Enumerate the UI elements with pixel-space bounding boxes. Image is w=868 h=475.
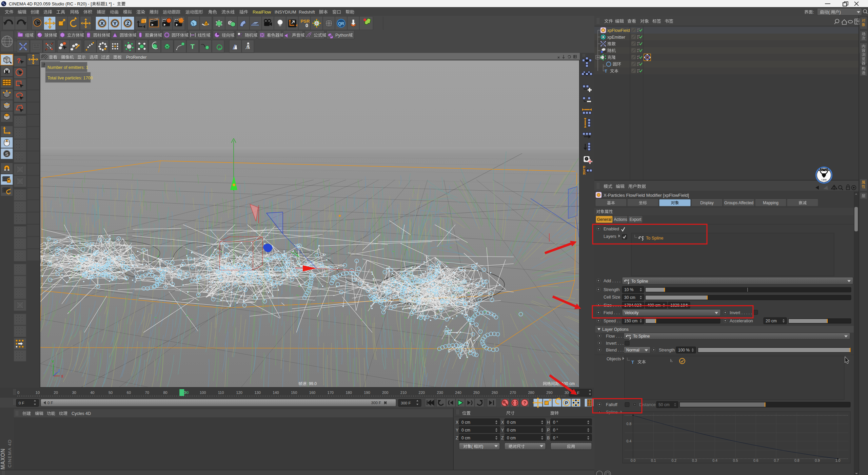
svg-text:.fx: .fx: [245, 45, 250, 50]
svg-text:170: 170: [328, 391, 334, 395]
svg-text:X: X: [456, 420, 459, 425]
svg-text:X: X: [501, 420, 504, 425]
svg-text:80: 80: [163, 391, 167, 395]
svg-text:Enabled: Enabled: [604, 227, 619, 231]
svg-text:ProRender: ProRender: [126, 55, 146, 60]
svg-text:0.8: 0.8: [626, 422, 631, 426]
svg-text:0.3: 0.3: [692, 458, 697, 462]
svg-text:30 cm: 30 cm: [624, 295, 635, 300]
svg-text:T: T: [605, 69, 607, 74]
svg-text:150 cm: 150 cm: [624, 319, 637, 323]
svg-text:To Spline: To Spline: [631, 279, 648, 284]
svg-text:MAXON: MAXON: [0, 449, 6, 470]
svg-text:0.1: 0.1: [651, 458, 656, 462]
svg-text:Redshift: Redshift: [299, 10, 315, 15]
svg-text:50 cm: 50 cm: [658, 402, 670, 407]
svg-text:70: 70: [145, 391, 149, 395]
svg-text:Groups Affected: Groups Affected: [724, 201, 753, 205]
svg-text:Z: Z: [501, 436, 504, 440]
svg-text:220: 220: [419, 391, 425, 395]
svg-text:0 cm: 0 cm: [507, 420, 516, 425]
svg-text:0 °: 0 °: [553, 436, 558, 440]
svg-text:150: 150: [291, 391, 297, 395]
svg-text:Mapping: Mapping: [763, 201, 778, 205]
svg-text:0.5: 0.5: [733, 458, 738, 462]
svg-text:Acceleration: Acceleration: [730, 319, 753, 323]
svg-text:R: R: [583, 171, 586, 175]
svg-text:xpFlowField: xpFlowField: [607, 28, 630, 33]
svg-text:Z: Z: [456, 436, 458, 440]
svg-text:280: 280: [528, 391, 534, 395]
svg-text:1 *] -: 1 *] -: [105, 1, 114, 6]
svg-text:): ): [840, 10, 841, 15]
svg-text:Layers: Layers: [604, 234, 616, 239]
svg-text:: 99.0: : 99.0: [307, 381, 317, 386]
svg-text:): ): [482, 444, 483, 449]
svg-text:H: H: [547, 420, 550, 425]
svg-text:Z: Z: [58, 369, 60, 373]
svg-text:200: 200: [382, 391, 388, 395]
svg-text:X-Particles FlowField Modifier: X-Particles FlowField Modifier [xpFlowFi…: [604, 193, 689, 198]
svg-text:Invert . . .: Invert . . .: [606, 341, 624, 346]
svg-text:To Spline: To Spline: [633, 334, 650, 339]
svg-text:Cycles 4D: Cycles 4D: [72, 411, 91, 416]
svg-text:40: 40: [90, 391, 94, 395]
svg-text:Y: Y: [501, 428, 504, 433]
svg-text:0.4: 0.4: [626, 439, 631, 443]
svg-text:0.4: 0.4: [712, 458, 717, 462]
svg-text:210: 210: [400, 391, 407, 395]
svg-text:180: 180: [346, 391, 352, 395]
svg-text:Y: Y: [456, 428, 459, 433]
svg-text:0 cm: 0 cm: [507, 436, 516, 440]
svg-text:Normal: Normal: [626, 348, 639, 353]
svg-text:P: P: [565, 400, 568, 405]
svg-text:270: 270: [510, 391, 516, 395]
svg-text:300 F: 300 F: [371, 401, 381, 405]
svg-text:Python: Python: [335, 33, 349, 38]
svg-text:Number of emitters: 1: Number of emitters: 1: [47, 65, 88, 70]
svg-text:Add . . . .: Add . . . .: [604, 279, 620, 283]
svg-text:10: 10: [36, 391, 40, 395]
svg-text:Spline: Spline: [606, 410, 618, 415]
svg-text:Total live particles: 1700: Total live particles: 1700: [47, 76, 93, 80]
svg-text:Speed . .: Speed . .: [604, 319, 620, 323]
svg-text:xpEmitter: xpEmitter: [607, 35, 625, 40]
svg-text:Invert . . . . .: Invert . . . . .: [730, 310, 752, 315]
svg-text:INSYDIUM: INSYDIUM: [275, 10, 296, 15]
svg-text:Layer Options: Layer Options: [602, 327, 629, 332]
svg-text:CINEMA 4D: CINEMA 4D: [7, 439, 12, 468]
svg-text:160: 160: [309, 391, 315, 395]
svg-text:100: 100: [200, 391, 206, 395]
svg-text:130: 130: [254, 391, 260, 395]
svg-text:190: 190: [364, 391, 370, 395]
svg-text:Strength: Strength: [604, 287, 619, 292]
svg-text:0: 0: [305, 23, 308, 28]
svg-text:0 cm: 0 cm: [461, 428, 470, 433]
svg-text:250: 250: [473, 391, 479, 395]
svg-text:0.7: 0.7: [774, 458, 779, 462]
svg-text:RealFlow: RealFlow: [253, 10, 271, 15]
svg-text:300 F: 300 F: [401, 401, 411, 405]
svg-text:Display: Display: [700, 201, 713, 205]
svg-text:10 %: 10 %: [624, 287, 634, 292]
svg-text:240: 240: [455, 391, 461, 395]
svg-text:90: 90: [184, 391, 189, 395]
svg-text:Y: Y: [113, 20, 117, 26]
svg-text:Export: Export: [630, 217, 642, 222]
svg-text:0 cm: 0 cm: [461, 436, 470, 440]
svg-text:Field . . .: Field . . .: [604, 310, 620, 315]
svg-text:50: 50: [108, 391, 113, 395]
svg-text:0.2: 0.2: [672, 458, 677, 462]
svg-text:0 °: 0 °: [553, 420, 558, 425]
svg-text:Velocity: Velocity: [625, 310, 638, 315]
svg-text:S: S: [5, 151, 8, 157]
svg-text:?: ?: [17, 57, 21, 64]
svg-text:(: (: [471, 444, 473, 449]
svg-text:100 %: 100 %: [678, 348, 690, 353]
svg-text:Objects: Objects: [607, 357, 621, 361]
svg-text:P: P: [547, 428, 550, 433]
svg-text:X: X: [100, 20, 104, 26]
svg-text:20 cm: 20 cm: [766, 319, 777, 323]
svg-text::: :: [813, 10, 814, 15]
svg-text:290: 290: [546, 391, 552, 395]
